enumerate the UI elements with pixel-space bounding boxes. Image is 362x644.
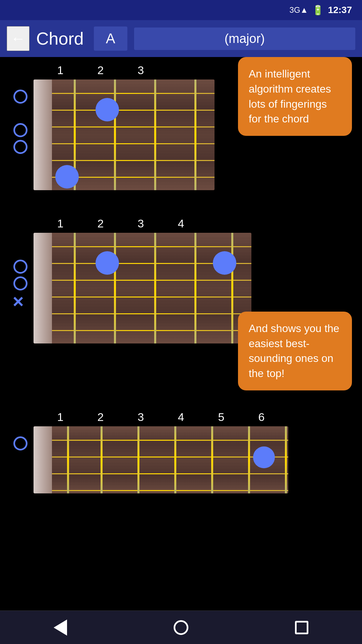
string-3-4 [34,490,288,491]
tooltip-2-text: And shows you the easiest best-sounding … [249,322,339,379]
finger-dot-1-1 [96,98,119,121]
string-indicator-1-1 [13,90,27,104]
fret-num-2-4: 4 [161,217,201,230]
fret-numbers-2: 1 2 3 4 [10,217,352,230]
status-icons: 3G▲ 🔋 12:37 [290,5,352,16]
fret-line-3-5 [211,426,213,493]
tooltip-1-text: An intelligent algorithm creates lots of… [249,68,331,125]
time-display: 12:37 [328,5,352,15]
fret-line-2 [114,79,116,190]
string-indicator-2-4 [13,276,27,290]
fret-line-3-3 [137,426,139,493]
fret-num-3-2: 2 [80,411,121,424]
nav-recents-button[interactable] [288,614,315,641]
finger-dot-1-2 [55,165,79,189]
finger-dot-2-2 [213,251,236,275]
header: ← Chord A (major) [0,20,362,57]
tooltip-2: And shows you the easiest best-sounding … [238,312,352,390]
string-4 [34,143,215,144]
nav-home-button[interactable] [168,614,194,641]
fretboard-section-2: 1 2 3 4 ✕ [10,217,352,343]
home-circle-icon [174,620,188,635]
fret-line-2-5 [231,233,233,343]
fret-line-2-3 [154,233,156,343]
string-2 [34,110,215,111]
string-indicator-2-3 [13,260,27,274]
nut-1 [34,79,52,190]
fret-num-3-5: 5 [201,411,241,424]
fret-num-1-1: 1 [40,64,80,77]
string-2-6 [34,330,251,331]
fret-line-4 [194,79,196,190]
fret-num-1-3: 3 [121,64,161,77]
string-indicator-3-1 [13,436,27,450]
string-3-1 [34,440,288,441]
fret-num-1-2: 2 [80,64,121,77]
finger-dot-2-1 [96,251,119,275]
nav-back-button[interactable] [47,614,74,641]
string-1 [34,93,215,94]
string-2-4 [34,297,251,298]
nut-3 [34,426,52,493]
fret-line-2-1 [74,233,76,343]
fret-line-3-4 [174,426,176,493]
fret-line-3 [154,79,156,190]
fret-line-3-7 [285,426,287,493]
string-5 [34,160,215,161]
fret-line-3-1 [67,426,69,493]
fret-num-2-2: 2 [80,217,121,230]
fret-line-2-4 [194,233,196,343]
back-triangle-icon [54,620,67,636]
string-3 [34,126,215,127]
fret-num-2-3: 3 [121,217,161,230]
signal-icon: 3G▲ [290,5,308,15]
main-content: 1 2 3 [0,57,362,610]
string-2-1 [34,246,251,247]
fretboard-1[interactable] [34,79,215,190]
page-title: Chord [36,29,84,49]
fret-num-3-6: 6 [241,411,282,424]
fret-num-3-4: 4 [161,411,201,424]
chord-key-button[interactable]: A [94,26,127,51]
finger-dot-3-1 [253,446,275,468]
fret-numbers-3: 1 2 3 4 5 6 [10,411,352,424]
fret-line-3-2 [101,426,103,493]
recents-square-icon [295,621,308,634]
chord-type-button[interactable]: (major) [134,28,355,50]
fret-num-2-1: 1 [40,217,80,230]
string-2-5 [34,313,251,314]
string-indicator-2-5: ✕ [12,295,24,310]
status-bar: 3G▲ 🔋 12:37 [0,0,362,20]
fret-num-3-1: 1 [40,411,80,424]
fretboard-section-3: 1 2 3 4 5 6 [10,411,352,493]
string-indicator-1-3 [13,123,27,137]
bottom-nav [0,610,362,644]
fret-line-3-6 [248,426,250,493]
string-indicator-1-4 [13,140,27,154]
string-3-2 [34,457,288,458]
back-button[interactable]: ← [7,26,29,51]
battery-icon: 🔋 [312,5,324,16]
fretboard-2[interactable] [34,233,251,343]
fret-num-3-3: 3 [121,411,161,424]
fret-line-2-2 [114,233,116,343]
tooltip-1: An intelligent algorithm creates lots of… [238,57,352,136]
nut-2 [34,233,52,343]
fretboard-section-1: 1 2 3 [10,64,352,190]
fretboard-3[interactable] [34,426,288,493]
string-3-3 [34,473,288,474]
string-2-3 [34,280,251,281]
